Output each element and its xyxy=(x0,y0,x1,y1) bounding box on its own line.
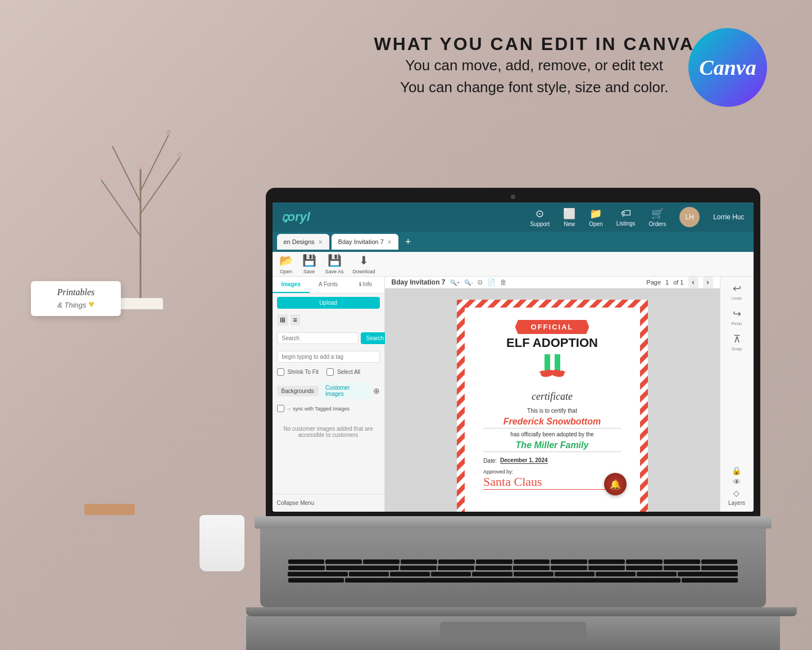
canvas-doc-title: Bday Invitation 7 xyxy=(392,278,446,286)
jar-container xyxy=(87,509,132,566)
lock-icon[interactable]: 🔒 xyxy=(732,466,741,475)
open-tool-icon: 📂 xyxy=(279,254,293,267)
panel-sub-btn[interactable]: ⊕ xyxy=(373,386,380,395)
listings-icon: 🏷 xyxy=(621,207,631,219)
keyboard-spacebar-row xyxy=(288,578,738,583)
download-tool-label: Download xyxy=(353,269,375,274)
nav-icon-listings-label: Listings xyxy=(616,220,636,227)
download-button[interactable]: ⬇ Download xyxy=(353,254,375,274)
svg-rect-18 xyxy=(555,354,560,371)
canvas-file-icon: 📄 xyxy=(487,278,496,286)
sync-checkbox[interactable] xyxy=(277,405,284,412)
right-panel: ↩ Undo ↪ Redo ⊼ Snap 🔒 xyxy=(720,277,754,512)
tab-bday-invitation[interactable]: Bday Invitation 7 ✕ xyxy=(332,234,398,250)
nav-icon-orders[interactable]: 🛒 Orders xyxy=(649,207,666,227)
canvas-page-info: Page 1 of 1 ‹ › xyxy=(646,277,713,288)
tab-bday-label: Bday Invitation 7 xyxy=(338,238,384,245)
redo-button[interactable]: ↪ Redo xyxy=(731,308,742,326)
shrink-checkbox[interactable] xyxy=(277,368,284,376)
next-page-button[interactable]: › xyxy=(703,277,713,288)
trackpad[interactable] xyxy=(440,622,586,644)
printables-card: Printables & Things ♥ xyxy=(31,281,121,316)
date-value: December 1, 2024 xyxy=(500,457,548,464)
tab-bday-close-icon[interactable]: ✕ xyxy=(387,239,392,245)
tag-input[interactable] xyxy=(277,351,380,363)
key xyxy=(288,559,325,564)
undo-button[interactable]: ↩ Undo xyxy=(731,282,742,301)
add-tab-button[interactable]: + xyxy=(401,236,416,248)
panel-tab-fonts[interactable]: A Fonts xyxy=(310,277,347,293)
key xyxy=(288,566,325,570)
download-tool-icon: ⬇ xyxy=(359,254,369,267)
key xyxy=(626,559,663,564)
canva-nav-logo: ꞔoryl xyxy=(282,210,310,224)
tab-close-icon[interactable]: ✕ xyxy=(318,239,323,245)
nav-icon-support-label: Support xyxy=(530,221,550,227)
canvas-work-area[interactable]: OFFICIAL ELF ADOPTION xyxy=(385,288,720,512)
nav-icon-support[interactable]: ⊙ Support xyxy=(530,207,550,227)
nav-icon-listings[interactable]: 🏷 Listings xyxy=(616,207,636,227)
wax-seal: 🔔 xyxy=(604,473,627,495)
certificate-container: OFFICIAL ELF ADOPTION xyxy=(457,300,648,512)
nav-icon-open-label: Open xyxy=(589,221,602,227)
select-all-checkbox[interactable] xyxy=(326,368,334,376)
cert-signature: Santa Claus xyxy=(483,475,621,490)
sync-row: → sync with Tagged Images xyxy=(273,403,384,414)
nav-icon-open[interactable]: 📁 Open xyxy=(589,207,602,227)
search-input[interactable] xyxy=(277,332,359,344)
save-tool-icon: 💾 xyxy=(302,254,316,267)
grid-view-icon[interactable]: ⊞ xyxy=(277,314,288,326)
nav-icon-new[interactable]: ⬜ New xyxy=(563,207,575,227)
canva-main-area: Images A Fonts ℹ Info Upload ⊞ ≡ Search xyxy=(273,277,754,512)
key xyxy=(363,559,400,564)
header-section: WHAT YOU CAN EDIT IN CANVA You can move,… xyxy=(374,34,694,98)
canva-nav: ꞔoryl ⊙ Support ⬜ New 📁 Open xyxy=(273,202,754,232)
panel-tab-info[interactable]: ℹ Info xyxy=(347,277,384,293)
nav-icon-new-label: New xyxy=(564,221,575,227)
laptop-screen: ꞔoryl ⊙ Support ⬜ New 📁 Open xyxy=(273,202,754,512)
list-view-icon[interactable]: ≡ xyxy=(291,314,300,326)
snap-button[interactable]: ⊼ Snap xyxy=(732,333,742,351)
canvas-zoom-icon: 🔍+ xyxy=(450,279,460,286)
diamond-icon[interactable]: ◇ xyxy=(733,489,740,498)
canvas-toolbar: Bday Invitation 7 🔍+ 🔍- ⧉ 📄 🗑 Page 1 of … xyxy=(385,277,720,288)
user-avatar: LH xyxy=(679,207,700,227)
upload-button[interactable]: Upload xyxy=(277,297,380,309)
open-tool-label: Open xyxy=(280,269,292,274)
laptop-screen-wrapper: ꞔoryl ⊙ Support ⬜ New 📁 Open xyxy=(266,188,760,516)
save-as-tool-label: Save As xyxy=(325,269,344,274)
key xyxy=(678,572,738,576)
panel-tab-images[interactable]: Images xyxy=(273,277,310,293)
customer-images-tab[interactable]: Customer Images xyxy=(321,382,371,399)
key xyxy=(682,578,738,583)
page-of: of 1 xyxy=(673,279,683,286)
open-button[interactable]: 📂 Open xyxy=(279,254,293,274)
key xyxy=(390,572,430,576)
printables-title: Printables xyxy=(39,287,112,299)
save-as-button[interactable]: 💾 Save As xyxy=(325,254,344,274)
key xyxy=(472,572,512,576)
laptop: ꞔoryl ⊙ Support ⬜ New 📁 Open xyxy=(246,188,780,650)
header-subtitle-2: You can change font style, size and colo… xyxy=(374,76,694,98)
left-panel: Images A Fonts ℹ Info Upload ⊞ ≡ Search xyxy=(273,277,385,512)
heart-icon: ♥ xyxy=(88,299,94,310)
visibility-icon[interactable]: 👁 xyxy=(733,477,741,486)
panel-sub-tabs: Backgrounds Customer Images ⊕ xyxy=(273,379,384,403)
prev-page-button[interactable]: ‹ xyxy=(688,277,698,288)
key xyxy=(701,566,738,570)
adopted-text: has officially been adopted by the xyxy=(510,431,593,437)
tab-en-designs[interactable]: en Designs ✕ xyxy=(277,234,329,250)
collapse-menu-button[interactable]: Collapse Menu xyxy=(273,494,384,512)
cert-family: The Miller Family xyxy=(483,440,621,452)
certificate-inner: OFFICIAL ELF ADOPTION xyxy=(469,312,636,512)
key xyxy=(701,559,738,564)
key xyxy=(588,559,625,564)
key xyxy=(349,572,389,576)
key xyxy=(401,559,437,564)
save-button[interactable]: 💾 Save xyxy=(302,254,316,274)
official-banner: OFFICIAL xyxy=(515,320,589,334)
canvas-area: Bday Invitation 7 🔍+ 🔍- ⧉ 📄 🗑 Page 1 of … xyxy=(385,277,720,512)
panel-tabs: Images A Fonts ℹ Info xyxy=(273,277,384,294)
backgrounds-tab[interactable]: Backgrounds xyxy=(277,386,319,396)
canvas-trash-icon: 🗑 xyxy=(500,278,507,286)
